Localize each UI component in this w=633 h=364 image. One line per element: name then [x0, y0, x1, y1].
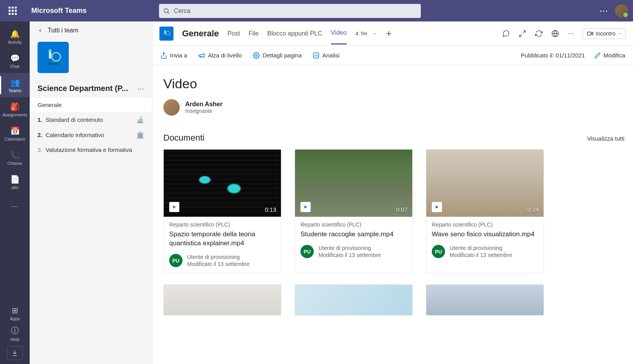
- video-thumbnail: [295, 285, 412, 316]
- promote-button[interactable]: Alza di livello: [198, 52, 242, 59]
- channel-calendario[interactable]: 2. Calendario informativo 🏛️: [30, 127, 152, 143]
- team-avatar[interactable]: [38, 42, 69, 73]
- rail-teams[interactable]: 👥 Teams: [0, 73, 30, 97]
- team-sidebar: Tutti i team Science Department (P... ⋯ …: [30, 21, 152, 364]
- team-more-icon[interactable]: ⋯: [137, 84, 144, 93]
- conversation-icon[interactable]: [502, 30, 510, 37]
- rail-files[interactable]: 📄 altri: [0, 170, 30, 194]
- add-tab-button[interactable]: +: [386, 28, 392, 39]
- tab-notebook[interactable]: Blocco appunti PLC: [267, 23, 322, 44]
- rail-label: Activity: [8, 40, 22, 45]
- apps-icon: ⊞: [12, 306, 18, 315]
- rail-chat[interactable]: 💬 Chat: [0, 49, 30, 73]
- rail-help[interactable]: ⓘ Help: [0, 323, 30, 344]
- video-card[interactable]: 0:07 Reparto scientifico (PLC) Studente …: [295, 149, 413, 273]
- rail-apps[interactable]: ⊞ Apps: [0, 303, 30, 323]
- edit-button[interactable]: Modifica: [594, 52, 625, 59]
- channel-num: 3.: [38, 146, 43, 153]
- rail-calendar[interactable]: 📅 Calendario: [0, 121, 30, 146]
- more-icon: ⋯: [11, 202, 19, 211]
- rail-label: Apps: [10, 316, 20, 321]
- rail-more[interactable]: ⋯: [0, 194, 30, 218]
- globe-icon[interactable]: [551, 30, 559, 37]
- page-content: Video Arden Asher Insegnante Documenti V…: [152, 65, 633, 364]
- user-avatar[interactable]: [615, 4, 628, 18]
- card-title: Studente raccoglie sample.mp4: [300, 230, 407, 239]
- tab-post[interactable]: Post: [227, 23, 240, 44]
- download-icon: [11, 350, 18, 357]
- popout-icon[interactable]: [519, 30, 526, 37]
- analysis-button[interactable]: Analisi: [313, 52, 340, 59]
- channel-valutazione[interactable]: 3. Valutazione formativa e formativa: [30, 143, 152, 157]
- card-modified: Modificato il 13 settembre: [450, 252, 512, 259]
- svg-point-4: [52, 53, 61, 61]
- channel-label: Standard di contenuto: [46, 116, 103, 123]
- video-duration: 0:07: [396, 206, 408, 213]
- refresh-icon[interactable]: [535, 30, 543, 37]
- svg-rect-2: [48, 63, 59, 65]
- send-label: Invia a: [170, 52, 187, 59]
- chevron-down-icon: [373, 31, 377, 36]
- video-card[interactable]: [295, 284, 413, 316]
- svg-point-6: [48, 49, 52, 52]
- back-all-teams[interactable]: Tutti i team: [30, 27, 152, 39]
- microscope-icon: 🔬: [136, 116, 144, 123]
- tab-video[interactable]: Video: [331, 22, 347, 45]
- page-title: Video: [163, 76, 624, 91]
- video-card[interactable]: [426, 284, 544, 316]
- tab-more-dropdown[interactable]: 4 file: [355, 30, 377, 37]
- channel-label: Generale: [38, 102, 62, 108]
- app-title: Microsoft Teams: [31, 7, 87, 15]
- back-label: Tutti i team: [48, 27, 79, 34]
- app-rail: 🔔 Activity 💬 Chat 👥 Teams 🎒 Assignments …: [0, 21, 30, 364]
- search-input[interactable]: [159, 4, 421, 18]
- details-label: Dettagli pagina: [263, 52, 302, 59]
- search-icon: [163, 7, 170, 14]
- channel-standard[interactable]: 1. Standard di contenuto 🔬: [30, 112, 152, 127]
- svg-point-16: [256, 54, 257, 56]
- svg-marker-22: [304, 205, 307, 209]
- microscope-icon: [162, 29, 171, 38]
- rail-assignments[interactable]: 🎒 Assignments: [0, 97, 30, 121]
- page-details-button[interactable]: Dettagli pagina: [253, 52, 302, 59]
- section-title: Documenti: [163, 133, 204, 143]
- author-avatar[interactable]: [163, 99, 180, 116]
- view-all-link[interactable]: Visualizza tutti: [587, 135, 624, 142]
- channel-num: 1.: [38, 116, 43, 123]
- team-name[interactable]: Science Department (P...: [38, 84, 128, 93]
- count-label: file: [361, 30, 367, 36]
- download-button[interactable]: [7, 346, 23, 360]
- bell-icon: 🔔: [10, 29, 20, 39]
- card-dept: Reparto scientifico (PLC): [300, 221, 407, 228]
- rail-label: Calendario: [4, 137, 25, 141]
- meet-button[interactable]: Incontro: [583, 28, 626, 39]
- rail-label: altri: [11, 185, 18, 190]
- send-to-button[interactable]: Invia a: [160, 52, 187, 59]
- video-thumbnail: [426, 285, 544, 316]
- tab-file[interactable]: File: [249, 23, 259, 44]
- video-thumbnail: 0:24: [426, 150, 544, 217]
- video-card[interactable]: [163, 284, 281, 316]
- card-dept: Reparto scientifico (PLC): [169, 221, 275, 228]
- rail-calls[interactable]: 📞 Chiama: [0, 146, 30, 170]
- count-num: 4: [355, 30, 358, 37]
- promote-label: Alza di livello: [208, 52, 242, 59]
- svg-point-8: [166, 31, 170, 36]
- rail-activity[interactable]: 🔔 Activity: [0, 25, 30, 49]
- settings-more-icon[interactable]: ⋯: [599, 6, 608, 16]
- channel-generale[interactable]: Generale: [30, 98, 152, 112]
- card-title: Spazio temporale della teoria quantistic…: [169, 230, 275, 248]
- search-box[interactable]: [159, 4, 421, 18]
- svg-point-0: [164, 9, 168, 13]
- video-card[interactable]: 0:13 Reparto scientifico (PLC) Spazio te…: [163, 149, 281, 273]
- meet-label: Incontro: [595, 30, 615, 37]
- analysis-label: Analisi: [322, 52, 340, 59]
- card-user: Utente di provisioning: [450, 244, 512, 252]
- play-icon: [432, 202, 442, 212]
- user-initials: PU: [169, 254, 182, 267]
- tab-more-icon[interactable]: ⋯: [568, 30, 574, 37]
- svg-line-1: [168, 12, 169, 13]
- video-card[interactable]: 0:24 Reparto scientifico (PLC) Wave seno…: [426, 149, 544, 273]
- app-launcher-icon[interactable]: [5, 3, 20, 19]
- svg-marker-15: [591, 32, 593, 35]
